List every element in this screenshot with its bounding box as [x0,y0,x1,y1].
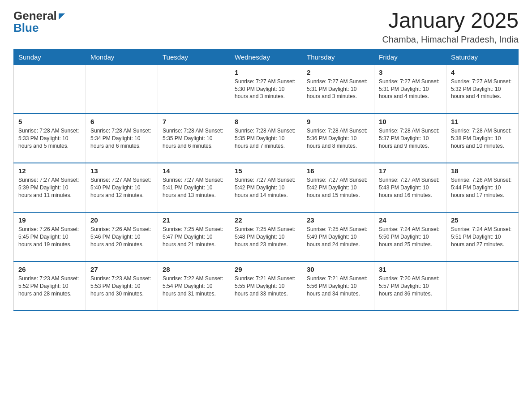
calendar-cell: 14Sunrise: 7:27 AM Sunset: 5:41 PM Dayli… [158,163,230,212]
day-number: 22 [235,216,297,224]
calendar-cell: 23Sunrise: 7:25 AM Sunset: 5:49 PM Dayli… [302,212,374,261]
day-info: Sunrise: 7:27 AM Sunset: 5:31 PM Dayligh… [379,78,442,100]
calendar-cell: 15Sunrise: 7:27 AM Sunset: 5:42 PM Dayli… [230,163,302,212]
day-info: Sunrise: 7:28 AM Sunset: 5:37 PM Dayligh… [379,127,442,150]
day-info: Sunrise: 7:28 AM Sunset: 5:33 PM Dayligh… [18,127,81,150]
day-info: Sunrise: 7:25 AM Sunset: 5:48 PM Dayligh… [235,226,297,248]
calendar-week-row: 19Sunrise: 7:26 AM Sunset: 5:45 PM Dayli… [14,212,519,261]
calendar-cell: 22Sunrise: 7:25 AM Sunset: 5:48 PM Dayli… [230,212,302,261]
weekday-header-monday: Monday [86,49,158,64]
calendar-cell: 4Sunrise: 7:27 AM Sunset: 5:32 PM Daylig… [446,64,519,114]
calendar-cell: 9Sunrise: 7:28 AM Sunset: 5:36 PM Daylig… [302,114,374,163]
day-number: 4 [451,68,514,76]
calendar-cell [86,64,158,114]
day-number: 21 [163,216,225,224]
calendar-cell: 10Sunrise: 7:28 AM Sunset: 5:37 PM Dayli… [374,114,446,163]
day-info: Sunrise: 7:24 AM Sunset: 5:51 PM Dayligh… [451,226,514,248]
day-info: Sunrise: 7:27 AM Sunset: 5:30 PM Dayligh… [235,78,297,100]
day-number: 14 [163,167,225,175]
calendar-cell: 11Sunrise: 7:28 AM Sunset: 5:38 PM Dayli… [446,114,519,163]
calendar-cell: 16Sunrise: 7:27 AM Sunset: 5:42 PM Dayli… [302,163,374,212]
logo: General Blue [13,9,65,35]
calendar-cell: 18Sunrise: 7:26 AM Sunset: 5:44 PM Dayli… [446,163,519,212]
day-number: 9 [307,118,369,125]
day-info: Sunrise: 7:27 AM Sunset: 5:42 PM Dayligh… [307,176,369,199]
calendar-cell: 3Sunrise: 7:27 AM Sunset: 5:31 PM Daylig… [374,64,446,114]
day-info: Sunrise: 7:26 AM Sunset: 5:46 PM Dayligh… [90,226,153,248]
weekday-header-saturday: Saturday [446,49,519,64]
day-number: 17 [379,167,442,175]
calendar-cell: 17Sunrise: 7:27 AM Sunset: 5:43 PM Dayli… [374,163,446,212]
day-info: Sunrise: 7:21 AM Sunset: 5:55 PM Dayligh… [235,275,297,297]
month-title: January 2025 [382,9,519,33]
day-info: Sunrise: 7:28 AM Sunset: 5:38 PM Dayligh… [451,127,514,150]
day-info: Sunrise: 7:22 AM Sunset: 5:54 PM Dayligh… [163,275,225,297]
day-number: 6 [90,118,153,125]
weekday-header-tuesday: Tuesday [158,49,230,64]
day-number: 23 [307,216,369,224]
day-number: 12 [18,167,81,175]
day-number: 1 [235,68,297,76]
weekday-header-friday: Friday [374,49,446,64]
calendar-cell: 2Sunrise: 7:27 AM Sunset: 5:31 PM Daylig… [302,64,374,114]
day-number: 31 [379,265,442,273]
calendar-cell: 12Sunrise: 7:27 AM Sunset: 5:39 PM Dayli… [14,163,86,212]
weekday-header-thursday: Thursday [302,49,374,64]
calendar-cell: 31Sunrise: 7:20 AM Sunset: 5:57 PM Dayli… [374,261,446,311]
day-number: 8 [235,118,297,125]
logo-arrow-icon [59,13,65,20]
day-number: 29 [235,265,297,273]
day-info: Sunrise: 7:23 AM Sunset: 5:53 PM Dayligh… [90,275,153,297]
day-number: 27 [90,265,153,273]
day-number: 3 [379,68,442,76]
calendar-cell: 13Sunrise: 7:27 AM Sunset: 5:40 PM Dayli… [86,163,158,212]
day-info: Sunrise: 7:25 AM Sunset: 5:47 PM Dayligh… [163,226,225,248]
calendar-cell: 5Sunrise: 7:28 AM Sunset: 5:33 PM Daylig… [14,114,86,163]
day-number: 16 [307,167,369,175]
day-number: 5 [18,118,81,125]
calendar-cell: 7Sunrise: 7:28 AM Sunset: 5:35 PM Daylig… [158,114,230,163]
day-info: Sunrise: 7:27 AM Sunset: 5:39 PM Dayligh… [18,176,81,199]
day-info: Sunrise: 7:28 AM Sunset: 5:34 PM Dayligh… [90,127,153,150]
day-number: 15 [235,167,297,175]
day-info: Sunrise: 7:20 AM Sunset: 5:57 PM Dayligh… [379,275,442,297]
day-number: 30 [307,265,369,273]
calendar-week-row: 1Sunrise: 7:27 AM Sunset: 5:30 PM Daylig… [14,64,519,114]
calendar-cell: 8Sunrise: 7:28 AM Sunset: 5:35 PM Daylig… [230,114,302,163]
calendar-cell: 29Sunrise: 7:21 AM Sunset: 5:55 PM Dayli… [230,261,302,311]
day-number: 2 [307,68,369,76]
calendar-cell: 20Sunrise: 7:26 AM Sunset: 5:46 PM Dayli… [86,212,158,261]
day-info: Sunrise: 7:23 AM Sunset: 5:52 PM Dayligh… [18,275,81,297]
day-info: Sunrise: 7:25 AM Sunset: 5:49 PM Dayligh… [307,226,369,248]
calendar-cell: 28Sunrise: 7:22 AM Sunset: 5:54 PM Dayli… [158,261,230,311]
day-info: Sunrise: 7:26 AM Sunset: 5:45 PM Dayligh… [18,226,81,248]
day-info: Sunrise: 7:27 AM Sunset: 5:42 PM Dayligh… [235,176,297,199]
calendar-week-row: 12Sunrise: 7:27 AM Sunset: 5:39 PM Dayli… [14,163,519,212]
logo-text-blue: Blue [13,21,39,35]
day-info: Sunrise: 7:28 AM Sunset: 5:35 PM Dayligh… [235,127,297,150]
calendar-table: SundayMondayTuesdayWednesdayThursdayFrid… [13,49,519,312]
calendar-cell [158,64,230,114]
day-info: Sunrise: 7:27 AM Sunset: 5:43 PM Dayligh… [379,176,442,199]
calendar-week-row: 26Sunrise: 7:23 AM Sunset: 5:52 PM Dayli… [14,261,519,311]
calendar-cell: 19Sunrise: 7:26 AM Sunset: 5:45 PM Dayli… [14,212,86,261]
calendar-cell [14,64,86,114]
weekday-header-sunday: Sunday [14,49,86,64]
day-info: Sunrise: 7:27 AM Sunset: 5:31 PM Dayligh… [307,78,369,100]
day-info: Sunrise: 7:27 AM Sunset: 5:41 PM Dayligh… [163,176,225,199]
calendar-cell: 6Sunrise: 7:28 AM Sunset: 5:34 PM Daylig… [86,114,158,163]
day-number: 26 [18,265,81,273]
calendar-cell [446,261,519,311]
page-header: General Blue January 2025 Chamba, Himach… [13,9,519,45]
weekday-header-row: SundayMondayTuesdayWednesdayThursdayFrid… [14,49,519,64]
calendar-cell: 30Sunrise: 7:21 AM Sunset: 5:56 PM Dayli… [302,261,374,311]
calendar-cell: 26Sunrise: 7:23 AM Sunset: 5:52 PM Dayli… [14,261,86,311]
calendar-cell: 27Sunrise: 7:23 AM Sunset: 5:53 PM Dayli… [86,261,158,311]
day-number: 7 [163,118,225,125]
day-number: 13 [90,167,153,175]
day-info: Sunrise: 7:21 AM Sunset: 5:56 PM Dayligh… [307,275,369,297]
day-number: 18 [451,167,514,175]
day-info: Sunrise: 7:24 AM Sunset: 5:50 PM Dayligh… [379,226,442,248]
calendar-cell: 1Sunrise: 7:27 AM Sunset: 5:30 PM Daylig… [230,64,302,114]
day-number: 28 [163,265,225,273]
